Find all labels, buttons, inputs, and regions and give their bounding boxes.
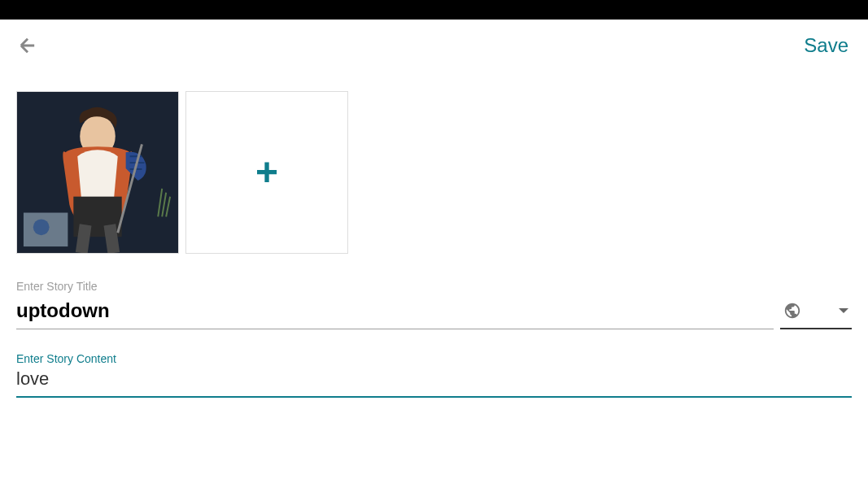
- chevron-down-icon: [839, 308, 848, 313]
- title-row: Enter Story Title: [16, 280, 852, 329]
- plus-icon: +: [255, 153, 278, 192]
- header: Save: [0, 20, 868, 72]
- story-image-thumbnail[interactable]: [16, 91, 179, 254]
- story-content-input[interactable]: [16, 367, 852, 398]
- back-arrow-icon[interactable]: [16, 34, 39, 57]
- title-label: Enter Story Title: [16, 280, 774, 293]
- image-attachments-row: +: [16, 91, 852, 254]
- content-area: + Enter Story Title Enter Story Content: [0, 91, 868, 398]
- status-bar: [0, 0, 868, 20]
- globe-icon: [783, 302, 801, 320]
- add-image-button[interactable]: +: [185, 91, 348, 254]
- privacy-dropdown[interactable]: [780, 295, 852, 329]
- content-label: Enter Story Content: [16, 352, 852, 365]
- anime-character-image: [17, 92, 178, 253]
- save-button[interactable]: Save: [804, 34, 852, 57]
- story-title-input[interactable]: [16, 296, 774, 329]
- content-field-group: Enter Story Content: [16, 352, 852, 398]
- svg-point-5: [33, 219, 50, 235]
- title-field-group: Enter Story Title: [16, 280, 774, 329]
